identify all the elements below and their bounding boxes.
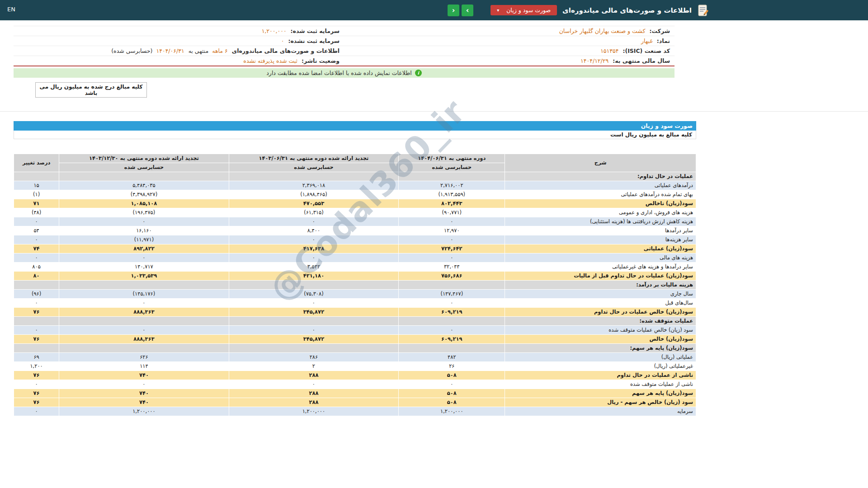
value-percent-change: ۷۶ xyxy=(14,335,59,344)
value-current: ۶۰۹,۲۱۹ xyxy=(399,308,505,317)
value-restated-year: ۰ xyxy=(59,380,229,389)
value-current: ۵۰۸ xyxy=(399,389,505,398)
value-restated-mid: ۰ xyxy=(229,235,398,244)
value-current: (۹۰,۷۷۱) xyxy=(399,208,505,217)
value-percent-change: ۷۶ xyxy=(14,308,59,317)
info-row-isic: کد صنعت (ISIC): ۱۵۱۳۵۴ اطلاعات و صورت‌ها… xyxy=(14,46,675,56)
period-statement-field: اطلاعات و صورت‌های مالی میاندوره‌ای ۶ ما… xyxy=(14,46,344,56)
period-months-value: ۶ ماهه xyxy=(212,47,228,54)
empty-cell xyxy=(399,317,505,326)
value-current: ۱۲,۹۷۰ xyxy=(399,226,505,235)
row-label: عملیاتی (ریال) xyxy=(505,353,696,362)
value-current: ۵۰۸ xyxy=(399,371,505,380)
value-restated-year: ۸۸۸,۳۶۳ xyxy=(59,335,229,344)
report-type-select[interactable]: صورت سود و زیان ▾ xyxy=(491,5,557,15)
unregistered-capital-field: سرمایه ثبت نشده: ۰ xyxy=(14,36,344,46)
company-name-link[interactable]: کشت و صنعت بهاران گلبهار خراسان xyxy=(559,28,646,34)
value-restated-mid: ۲۸۸ xyxy=(229,398,398,407)
value-percent-change: ۷۶ xyxy=(14,389,59,398)
value-percent-change: ۰ xyxy=(14,235,59,244)
value-current: ۰ xyxy=(399,235,505,244)
header-period-current: دوره منتهی به ۱۴۰۴/۰۶/۳۱ xyxy=(399,154,505,163)
empty-cell xyxy=(59,344,229,353)
value-restated-year: ۰ xyxy=(59,217,229,226)
value-current: ۲,۷۱۶,۰۰۲ xyxy=(399,181,505,190)
value-current: ۰ xyxy=(399,253,505,263)
empty-cell xyxy=(14,344,59,353)
data-row: سایر درآمدها۱۲,۹۷۰۸,۴۰۰۱۶,۱۶۰۵۴ xyxy=(14,226,696,235)
data-row: سود(زیان) عملیات در حال تداوم قبل از مال… xyxy=(14,272,696,281)
data-row: سود(زیان) پایه هر سهم۵۰۸۲۸۸۷۴۰۷۶ xyxy=(14,389,696,398)
row-label: سود(زیان) خالص xyxy=(505,335,696,344)
data-row: سود(زیان) خالص۶۰۹,۲۱۹۳۴۵,۸۷۲۸۸۸,۳۶۳۷۶ xyxy=(14,335,696,344)
section-label: عملیات متوقف شده: xyxy=(505,317,696,326)
empty-cell xyxy=(59,172,229,181)
fiscal-year-field: سال مالی منتهی به: ۱۴۰۴/۱۲/۲۹ xyxy=(344,56,675,66)
company-field: شرکت: کشت و صنعت بهاران گلبهار خراسان xyxy=(344,26,675,36)
registered-capital-label: سرمایه ثبت شده: xyxy=(291,28,340,34)
value-restated-mid: ۰ xyxy=(229,326,398,335)
data-row: سود(زیان) ناخالص۸۰۲,۴۴۳۴۷۰,۵۵۳۱,۰۸۵,۱۰۸۷… xyxy=(14,199,696,208)
value-restated-mid: (۶۱,۳۱۵) xyxy=(229,208,398,217)
data-row: ناشی از عملیات در حال تداوم۵۰۸۲۸۸۷۴۰۷۶ xyxy=(14,371,696,380)
value-restated-year: ۶۲۶ xyxy=(59,353,229,362)
data-row: سود(زیان) عملیاتی۷۲۴,۶۴۲۴۱۷,۶۳۸۸۹۲,۸۲۲۷۴ xyxy=(14,244,696,253)
header-period-restated-year: تجدید ارائه شده دوره منتهی به ۱۴۰۳/۱۲/۳۰ xyxy=(59,154,229,163)
value-restated-year: ۰ xyxy=(59,253,229,263)
value-restated-year: ۷۴۰ xyxy=(59,371,229,380)
info-icon: i xyxy=(415,70,422,76)
value-percent-change: ۶۹ xyxy=(14,353,59,362)
page-title: اطلاعات و صورت‌های مالی میاندوره‌ای xyxy=(562,6,692,14)
data-row: ناشی از عملیات متوقف شده۰۰۰۰ xyxy=(14,380,696,389)
value-current: ۰ xyxy=(399,326,505,335)
row-label: سایر درآمدها و هزینه های غیرعملیاتی xyxy=(505,263,696,272)
previous-statement-button[interactable]: › xyxy=(448,5,459,16)
data-row: درآمدهای عملیاتی۲,۷۱۶,۰۰۲۲,۳۶۹,۰۱۸۵,۴۸۴,… xyxy=(14,181,696,190)
statement-unit-row: کلیه مبالغ به میلیون ریال است xyxy=(14,131,696,139)
row-label: ناشی از عملیات در حال تداوم xyxy=(505,371,696,380)
next-statement-button[interactable]: ‹ xyxy=(462,5,473,16)
unregistered-capital-value: ۰ xyxy=(281,38,284,44)
company-label: شرکت: xyxy=(649,28,670,34)
period-audit-note: (حسابرسی شده) xyxy=(111,47,152,54)
empty-cell xyxy=(59,281,229,290)
row-label: سود (زیان) خالص هر سهم - ریال xyxy=(505,398,696,407)
publisher-status-field: وضعیت ناشر: ثبت شده پذیرفته نشده xyxy=(14,56,344,66)
value-restated-year: ۱,۲۰۰,۰۰۰ xyxy=(59,407,229,416)
row-label: سود(زیان) عملیات در حال تداوم قبل از مال… xyxy=(505,272,696,281)
value-restated-year: ۵,۴۸۴,۰۳۵ xyxy=(59,181,229,190)
value-percent-change: ۰ xyxy=(14,299,59,308)
value-percent-change: ۷۱ xyxy=(14,199,59,208)
header-percent-change: درصد تغییر xyxy=(14,154,59,172)
value-restated-year: ۱,۰۸۵,۱۰۸ xyxy=(59,199,229,208)
empty-cell xyxy=(399,172,505,181)
section-header-row: عملیات در حال تداوم: xyxy=(14,172,696,181)
data-row: هزینه کاهش ارزش دریافتنی ها (هزینه استثن… xyxy=(14,217,696,226)
value-percent-change: ۸۰۵ xyxy=(14,263,59,272)
empty-cell xyxy=(59,317,229,326)
language-toggle[interactable]: EN xyxy=(7,6,15,13)
report-document-icon xyxy=(697,4,709,17)
value-percent-change: ۱۵ xyxy=(14,181,59,190)
fiscal-year-value: ۱۴۰۴/۱۲/۲۹ xyxy=(580,57,609,64)
empty-cell xyxy=(229,317,398,326)
value-current: ۲۶ xyxy=(399,362,505,371)
value-percent-change: ۰ xyxy=(14,253,59,263)
statement-title-bar: صورت سود و زیان xyxy=(14,121,696,131)
header-description: شرح xyxy=(505,154,696,172)
empty-cell xyxy=(14,281,59,290)
value-restated-mid: ۳۴۵,۸۷۲ xyxy=(229,335,398,344)
value-percent-change: ۵۴ xyxy=(14,226,59,235)
income-statement-body: عملیات در حال تداوم:درآمدهای عملیاتی۲,۷۱… xyxy=(14,172,696,416)
row-label: هزینه کاهش ارزش دریافتنی ها (هزینه استثن… xyxy=(505,217,696,226)
header-audited-3: حسابرسی شده xyxy=(59,163,229,172)
value-restated-year: ۰ xyxy=(59,299,229,308)
value-restated-mid: ۳,۵۴۲ xyxy=(229,263,398,272)
registered-capital-value: ۱,۲۰۰,۰۰۰ xyxy=(262,28,287,34)
period-date-value: ۱۴۰۴/۰۶/۳۱ xyxy=(156,47,184,54)
value-restated-year: (۱۴۵,۱۷۶) xyxy=(59,290,229,299)
value-restated-mid: ۲,۳۶۹,۰۱۸ xyxy=(229,181,398,190)
value-restated-year: ۷۴۰ xyxy=(59,389,229,398)
row-label: سود (زیان) خالص عملیات متوقف شده xyxy=(505,326,696,335)
section-label: عملیات در حال تداوم: xyxy=(505,172,696,181)
